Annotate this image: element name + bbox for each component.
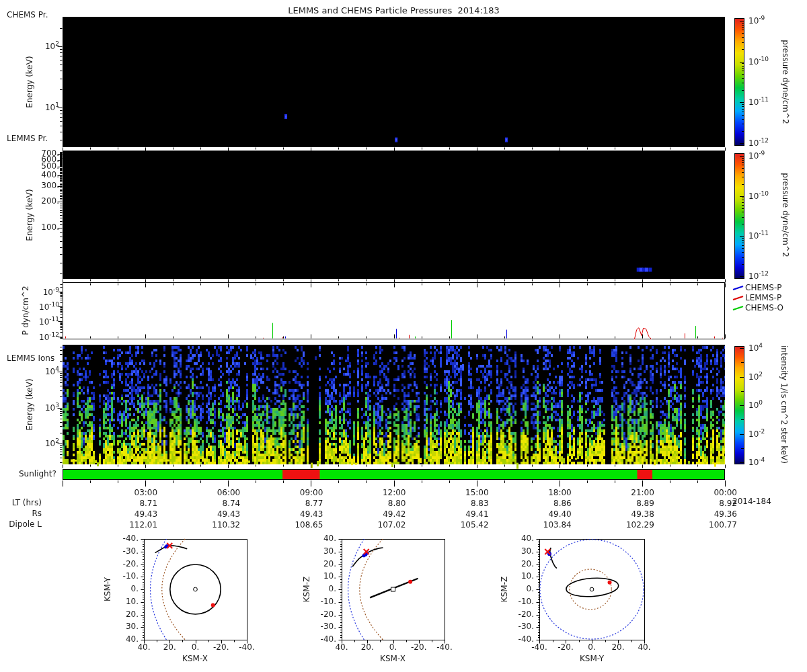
ephemeris-dipole_l-value: 103.84 <box>518 520 572 530</box>
cb2-tick-label: 10-12 <box>748 270 769 281</box>
orbit-xtick-label: -40. <box>230 642 264 652</box>
cb1-tick-label: 10-11 <box>748 96 769 107</box>
energy-axis-label-chems: Energy (keV) <box>26 56 34 108</box>
ephemeris-dipole_l-value: 108.65 <box>269 520 323 530</box>
pressure-unit-label-2: pressure dyne/cm^2 <box>781 173 790 257</box>
ephemeris-dipole_l-value: 107.02 <box>352 520 406 530</box>
orbit3-xaxis-title: KSM-Y <box>558 655 625 663</box>
next-day-label: 2014-184 <box>732 497 771 506</box>
ephemeris-rs-value: 49.42 <box>352 509 406 519</box>
lemms-ytick-label: 200. <box>0 196 59 206</box>
sunlight-label: Sunlight? <box>19 470 56 478</box>
pressure-ytick-label: 10-10 <box>0 301 59 312</box>
chems-ytick-label: 102 <box>0 40 59 51</box>
orbit-ytick-label: 10. <box>112 597 139 606</box>
orbit-ytick-label: 20. <box>507 559 534 569</box>
orbit-ytick-label: 30. <box>507 546 534 556</box>
ephemeris-dipole_l-value: 100.77 <box>683 520 737 530</box>
orbit-ytick-label: -20. <box>309 610 336 619</box>
ephemeris-lt-value: 8.92 <box>683 499 737 508</box>
orbit1-yaxis-title: KSM-Y <box>104 577 112 601</box>
ephemeris-rs-value: 49.36 <box>683 509 737 519</box>
orbit2-xaxis-title: KSM-X <box>359 655 426 663</box>
ephemeris-rs-value: 49.43 <box>104 509 157 519</box>
ephemeris-time-value: 06:00 <box>186 488 240 497</box>
orbit-ytick-label: -40. <box>507 634 534 644</box>
cb1-tick-label: 10-12 <box>748 137 769 148</box>
chems-panel-label: CHEMS Pr. <box>7 11 48 19</box>
intensity-unit-label: intensity 1/(s cm^2 ster keV) <box>779 345 788 464</box>
pressure-unit-label-1: pressure dyne/cm^2 <box>781 40 790 124</box>
ephemeris-rs-value: 49.43 <box>269 509 323 519</box>
orbit-ytick-label: -20. <box>112 559 139 569</box>
ephemeris-dipole_l-value: 105.42 <box>435 520 489 530</box>
pressure-ytick-label: 10-11 <box>0 316 59 327</box>
orbit-ytick-label: -10. <box>112 571 139 581</box>
legend-lemms-p: LEMMS-P <box>745 293 781 302</box>
orbit1-xaxis-title: KSM-X <box>161 655 229 663</box>
ions-panel-label: LEMMS Ions <box>7 354 54 363</box>
page-title: LEMMS and CHEMS Particle Pressures 2014:… <box>63 6 725 15</box>
legend-chems-p: CHEMS-P <box>745 283 782 292</box>
orbit-ytick-label: 20. <box>112 610 139 619</box>
ephemeris-lt-value: 8.77 <box>269 499 323 508</box>
orbit-ytick-label: 10. <box>507 571 534 581</box>
orbit-ytick-label: 30. <box>309 546 336 556</box>
ephemeris-dipole_l-value: 110.32 <box>186 520 240 530</box>
orbit-ytick-label: -40. <box>309 634 336 644</box>
orbit-ytick-label: 40. <box>112 634 139 644</box>
ions-ytick-label: 104 <box>0 366 59 376</box>
ephemeris-lt-value: 8.80 <box>352 499 406 508</box>
ions-ytick-label: 103 <box>0 402 59 413</box>
cb1-tick-label: 10-10 <box>748 56 769 67</box>
ephemeris-time-value: 09:00 <box>269 488 323 497</box>
lt-row-label: LT (hrs) <box>0 499 42 507</box>
ephemeris-rs-value: 49.38 <box>601 509 654 519</box>
cb4-tick-label: 102 <box>748 371 763 382</box>
pressure-ytick-label: 10-9 <box>0 286 59 297</box>
ephemeris-time-value: 15:00 <box>435 488 489 497</box>
ephemeris-lt-value: 8.89 <box>601 499 654 508</box>
ephemeris-lt-value: 8.74 <box>186 499 240 508</box>
chems-ytick-label: 101 <box>0 101 59 112</box>
orbit-ytick-label: 10. <box>309 571 336 581</box>
lemms-panel-label: LEMMS Pr. <box>7 134 48 143</box>
cb4-tick-label: 100 <box>748 399 763 410</box>
cb2-tick-label: 10-10 <box>748 190 769 201</box>
ephemeris-lt-value: 8.71 <box>104 499 157 508</box>
cb4-tick-label: 10-4 <box>748 456 765 467</box>
cb1-tick-label: 10-9 <box>748 15 765 26</box>
orbit-ytick-label: 0. <box>507 584 534 593</box>
orbit-ytick-label: 40. <box>507 534 534 543</box>
orbit-ytick-label: 0. <box>112 584 139 593</box>
orbit-ytick-label: -30. <box>507 622 534 631</box>
ephemeris-rs-value: 49.40 <box>518 509 572 519</box>
orbit-ytick-label: -30. <box>309 622 336 631</box>
orbit-ytick-label: -40. <box>112 534 139 543</box>
lemms-ytick-label: 300. <box>0 181 59 190</box>
orbit-ytick-label: 20. <box>309 559 336 569</box>
ephemeris-lt-value: 8.86 <box>518 499 572 508</box>
ephemeris-dipole_l-value: 112.01 <box>104 520 157 530</box>
cb2-tick-label: 10-9 <box>748 150 765 161</box>
orbit-ytick-label: -10. <box>507 597 534 606</box>
orbit-ytick-label: 0. <box>309 584 336 593</box>
ephemeris-lt-value: 8.83 <box>435 499 489 508</box>
orbit-ytick-label: 40. <box>309 534 336 543</box>
ephemeris-time-value: 18:00 <box>518 488 572 497</box>
ephemeris-time-value: 00:00 <box>683 488 737 497</box>
ions-ytick-label: 102 <box>0 437 59 448</box>
pressure-ytick-label: 10-12 <box>0 331 59 342</box>
lemms-ytick-label: 100. <box>0 222 59 232</box>
cb2-tick-label: 10-11 <box>748 230 769 241</box>
ephemeris-time-value: 21:00 <box>601 488 654 497</box>
ephemeris-time-value: 03:00 <box>104 488 157 497</box>
orbit-ytick-label: -10. <box>309 597 336 606</box>
cb4-tick-label: 104 <box>748 342 763 353</box>
ephemeris-rs-value: 49.43 <box>186 509 240 519</box>
orbit-xtick-label: 40. <box>627 642 661 652</box>
orbit-ytick-label: 30. <box>112 622 139 631</box>
dipole-row-label: Dipole L <box>0 520 42 529</box>
rs-row-label: Rs <box>0 509 42 518</box>
ephemeris-rs-value: 49.41 <box>435 509 489 519</box>
